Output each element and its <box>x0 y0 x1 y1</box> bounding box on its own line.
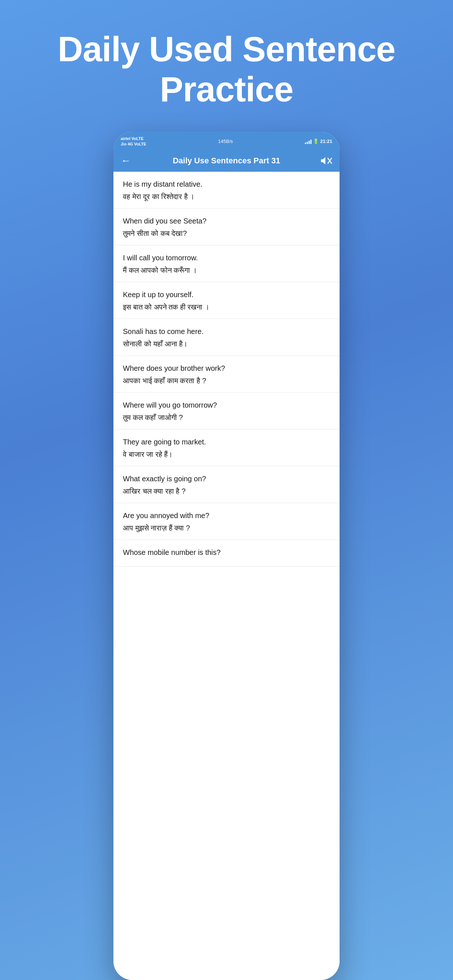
sentence-english: When did you see Seeta? <box>123 216 330 226</box>
phone-frame: airtel VoLTE Jio 4G VoLTE 145B/s 🔋 21:21… <box>113 132 340 980</box>
sentence-hindi: मैं कल आपको फोन करूँगा । <box>123 265 330 275</box>
sentence-english: Sonali has to come here. <box>123 326 330 337</box>
page-title-block: Daily Used Sentence Practice <box>0 0 453 132</box>
sentence-item: Where does your brother work?आपका भाई कह… <box>113 356 340 393</box>
sentence-hindi: तुम कल कहाँ जाओगी ? <box>123 412 330 423</box>
sentence-hindi: वे बाजार जा रहे हैं। <box>123 449 330 460</box>
sentence-hindi: आप मुझसे नाराज़ हैं क्या ? <box>123 523 330 533</box>
sentence-english: Whose mobile number is this? <box>123 547 330 557</box>
sentence-english: Where does your brother work? <box>123 363 330 373</box>
sentence-english: What exactly is going on? <box>123 474 330 484</box>
sentence-item: When did you see Seeta?तुमने सीता को कब … <box>113 208 340 245</box>
sentence-english: Keep it up to yourself. <box>123 290 330 300</box>
sentence-english: He is my distant relative. <box>123 179 330 189</box>
network-speed: 145B/s <box>218 138 233 144</box>
sentence-item: He is my distant relative.वह मेरा दूर का… <box>113 172 340 208</box>
sentence-list: He is my distant relative.वह मेरा दूर का… <box>113 172 340 980</box>
sentence-english: They are going to market. <box>123 437 330 447</box>
carrier-info: airtel VoLTE Jio 4G VoLTE <box>121 136 146 146</box>
app-toolbar: ← Daily Use Sentences Part 31 <box>113 150 340 172</box>
sentence-hindi: आखिर चल क्या रहा है ? <box>123 486 330 496</box>
battery-icon: 🔋 <box>313 138 319 144</box>
toolbar-title: Daily Use Sentences Part 31 <box>135 156 318 165</box>
mute-button[interactable] <box>318 156 332 166</box>
time-display: 21:21 <box>320 138 332 144</box>
page-title: Daily Used Sentence Practice <box>29 29 424 110</box>
sentence-item: Keep it up to yourself.इस बात को अपने तक… <box>113 282 340 319</box>
sentence-hindi: सोनाली को यहाँ आना है। <box>123 339 330 349</box>
sentence-hindi: वह मेरा दूर का रिश्तेदार है । <box>123 191 330 202</box>
sentence-item: I will call you tomorrow.मैं कल आपको फोन… <box>113 245 340 282</box>
sentence-item: What exactly is going on?आखिर चल क्या रह… <box>113 466 340 503</box>
status-bar: airtel VoLTE Jio 4G VoLTE 145B/s 🔋 21:21 <box>113 132 340 150</box>
sentence-item: Whose mobile number is this? <box>113 540 340 566</box>
sentence-item: Are you annoyed with me?आप मुझसे नाराज़ … <box>113 503 340 540</box>
sentence-hindi: आपका भाई कहाँ काम करता है ? <box>123 375 330 386</box>
mute-icon <box>321 156 332 166</box>
signal-icon <box>305 139 311 144</box>
sentence-hindi: तुमने सीता को कब देखा? <box>123 228 330 239</box>
status-right: 🔋 21:21 <box>305 138 332 144</box>
sentence-item: Sonali has to come here.सोनाली को यहाँ आ… <box>113 319 340 356</box>
sentence-hindi: इस बात को अपने तक ही रखना । <box>123 302 330 312</box>
back-button[interactable]: ← <box>121 155 135 167</box>
sentence-english: Where will you go tomorrow? <box>123 400 330 410</box>
sentence-english: I will call you tomorrow. <box>123 253 330 263</box>
sentence-english: Are you annoyed with me? <box>123 511 330 520</box>
sentence-item: Where will you go tomorrow?तुम कल कहाँ ज… <box>113 393 340 430</box>
sentence-item: They are going to market.वे बाजार जा रहे… <box>113 430 340 466</box>
